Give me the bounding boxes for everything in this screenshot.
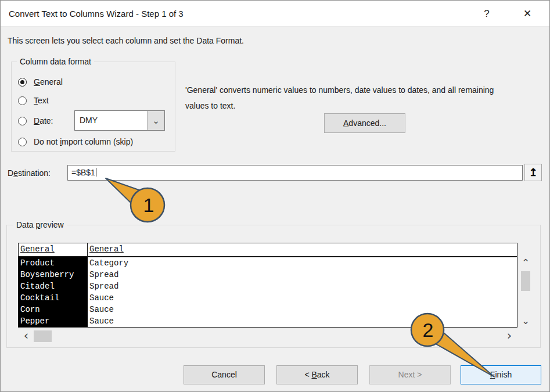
chevron-down-icon[interactable]: ⌄ bbox=[147, 111, 164, 130]
radio-skip-label: Do not import column (skip) bbox=[34, 137, 133, 146]
radio-button-icon[interactable] bbox=[18, 96, 27, 105]
help-icon[interactable]: ? bbox=[475, 1, 498, 27]
preview-cell: Pepper bbox=[19, 315, 88, 327]
vertical-scrollbar[interactable]: ⌃ ⌄ bbox=[519, 257, 532, 328]
preview-body: Product Boysenberry Citadel Cocktail Cor… bbox=[19, 257, 517, 327]
radio-option-skip[interactable]: Do not import column (skip) bbox=[18, 136, 133, 147]
preview-cell: Sauce bbox=[88, 292, 517, 304]
close-icon[interactable]: ✕ bbox=[516, 1, 539, 27]
scroll-down-icon[interactable]: ⌄ bbox=[519, 317, 532, 328]
dialog-title: Convert Text to Columns Wizard - Step 1 … bbox=[9, 1, 184, 27]
destination-input[interactable]: =$B$1 bbox=[67, 165, 523, 181]
preview-cell: Citadel bbox=[19, 280, 88, 292]
next-button[interactable]: Next > bbox=[369, 365, 451, 384]
preview-column2-header[interactable]: General bbox=[88, 243, 517, 256]
radio-date-label: Date: bbox=[34, 116, 53, 125]
preview-cell: Spread bbox=[88, 280, 517, 292]
preview-column1-selected[interactable]: Product Boysenberry Citadel Cocktail Cor… bbox=[19, 257, 88, 327]
radio-option-general[interactable]: General bbox=[18, 77, 63, 87]
preview-header-row: General General bbox=[19, 243, 517, 257]
callout-1: 1 bbox=[106, 178, 164, 222]
intro-text: This screen lets you select each column … bbox=[8, 36, 244, 45]
radio-button-icon[interactable] bbox=[18, 117, 27, 125]
preview-cell: Cocktail bbox=[19, 292, 88, 304]
scroll-left-icon[interactable]: ‹ bbox=[21, 330, 31, 342]
radio-option-date[interactable]: Date: bbox=[18, 116, 53, 126]
vertical-scrollbar-thumb[interactable] bbox=[521, 271, 530, 291]
advanced-button[interactable]: Advanced... bbox=[324, 113, 405, 133]
preview-cell: Boysenberry bbox=[19, 269, 88, 280]
collapse-dialog-icon: ↥ bbox=[529, 167, 537, 178]
preview-cell: Sauce bbox=[88, 304, 517, 315]
preview-cell: Sauce bbox=[88, 315, 517, 327]
preview-column1-header[interactable]: General bbox=[19, 243, 88, 256]
titlebar: Convert Text to Columns Wizard - Step 1 … bbox=[1, 1, 549, 27]
callout-1-number: 1 bbox=[143, 194, 154, 216]
data-preview-label: Data preview bbox=[13, 220, 67, 229]
back-button[interactable]: < Back bbox=[276, 365, 358, 384]
radio-button-icon[interactable] bbox=[18, 138, 27, 146]
collapse-dialog-button[interactable]: ↥ bbox=[524, 164, 542, 181]
date-format-value: DMY bbox=[80, 111, 98, 130]
preview-column2[interactable]: Category Spread Spread Sauce Sauce Sauce bbox=[88, 257, 517, 327]
general-format-description: 'General' converts numeric values to num… bbox=[185, 82, 514, 114]
preview-cell: Product bbox=[19, 257, 88, 269]
finish-button[interactable]: Finish bbox=[461, 365, 541, 384]
scroll-up-icon[interactable]: ⌃ bbox=[519, 257, 532, 268]
preview-table: General General Product Boysenberry Cita… bbox=[18, 243, 517, 328]
destination-label: Destination: bbox=[8, 168, 51, 178]
preview-cell: Spread bbox=[88, 269, 517, 280]
horizontal-scrollbar-thumb[interactable] bbox=[34, 330, 52, 342]
preview-cell: Category bbox=[88, 257, 517, 269]
radio-button-icon[interactable] bbox=[18, 78, 27, 87]
radio-text-label: Text bbox=[34, 96, 49, 105]
preview-cell: Corn bbox=[19, 304, 88, 315]
radio-general-label: General bbox=[34, 77, 63, 87]
cancel-button[interactable]: Cancel bbox=[184, 365, 265, 384]
text-to-columns-wizard-dialog: Convert Text to Columns Wizard - Step 1 … bbox=[0, 0, 550, 392]
text-cursor bbox=[96, 168, 96, 177]
radio-option-text[interactable]: Text bbox=[18, 95, 49, 106]
destination-value: =$B$1 bbox=[71, 166, 96, 180]
horizontal-scrollbar[interactable]: ‹ › bbox=[18, 330, 517, 343]
scroll-right-icon[interactable]: › bbox=[505, 330, 514, 342]
date-format-select[interactable]: DMY ⌄ bbox=[74, 110, 165, 131]
column-data-format-label: Column data format bbox=[17, 57, 94, 66]
